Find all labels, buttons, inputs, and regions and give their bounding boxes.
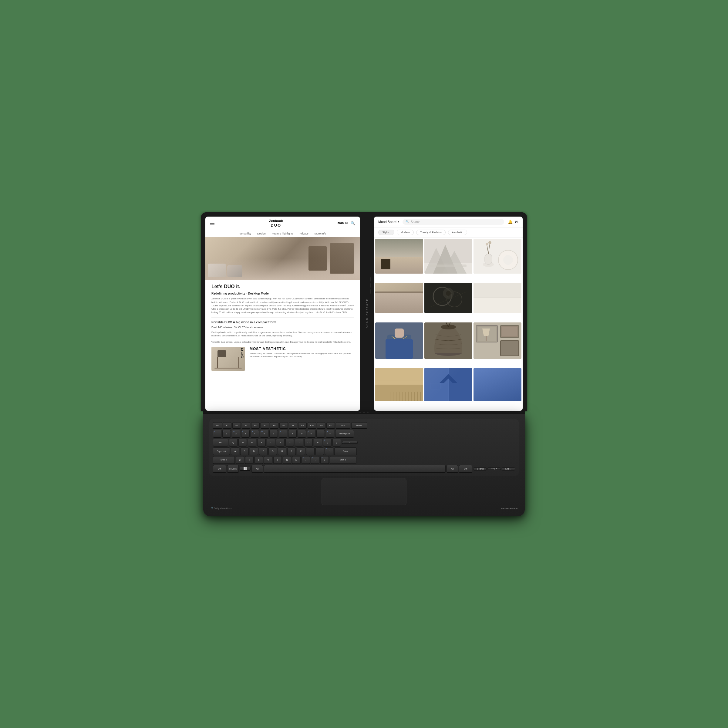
key-t[interactable]: T: [267, 439, 275, 447]
side-btn-2[interactable]: [370, 283, 371, 288]
menu-features[interactable]: Feature highlights: [272, 232, 294, 235]
filter-tag-trendy[interactable]: Trendy & Fashion: [416, 229, 446, 235]
key-close-bracket[interactable]: }]: [332, 439, 341, 447]
mood-cell-6[interactable]: [474, 283, 522, 313]
key-comma[interactable]: <,: [301, 456, 310, 464]
key-v[interactable]: V: [264, 456, 272, 464]
key-f6[interactable]: F6: [270, 422, 278, 429]
key-ctrl-right[interactable]: Ctrl: [459, 465, 472, 473]
key-windows[interactable]: [240, 467, 251, 471]
key-shift-left[interactable]: Shift ⇧: [213, 456, 235, 464]
key-8[interactable]: *8: [288, 430, 297, 438]
key-backtick[interactable]: ~`: [213, 430, 222, 438]
key-f4[interactable]: F4: [251, 422, 260, 429]
key-9[interactable]: (9: [298, 430, 306, 438]
key-f11[interactable]: F11: [317, 422, 326, 429]
key-l[interactable]: L: [306, 447, 315, 455]
touchpad[interactable]: [321, 478, 407, 505]
key-1[interactable]: !1: [222, 430, 231, 438]
mood-cell-8[interactable]: [424, 323, 472, 359]
filter-tag-stylish[interactable]: Stylish: [378, 229, 394, 235]
key-u[interactable]: U: [286, 439, 294, 447]
key-pgdn[interactable]: ▼ PgDn: [488, 468, 501, 470]
key-b[interactable]: B: [273, 456, 282, 464]
key-2[interactable]: @2: [232, 430, 240, 438]
key-o[interactable]: O: [304, 439, 313, 447]
key-alt-left[interactable]: Alt: [251, 465, 263, 473]
key-shift-right[interactable]: Shift ⇧: [330, 456, 356, 464]
key-f2[interactable]: F2: [232, 422, 241, 429]
key-i[interactable]: I: [295, 439, 303, 447]
key-semicolon[interactable]: :;: [315, 447, 324, 455]
key-home[interactable]: ◄ Home: [473, 468, 486, 471]
key-quote[interactable]: "': [325, 447, 333, 455]
key-f7[interactable]: F7: [279, 422, 288, 429]
menu-privacy[interactable]: Privacy: [300, 232, 309, 235]
key-delete[interactable]: Delete: [351, 422, 367, 429]
key-q[interactable]: Q: [229, 439, 237, 447]
key-a[interactable]: A: [231, 447, 239, 455]
key-f[interactable]: F: [259, 447, 268, 455]
key-tab[interactable]: Tab: [213, 439, 228, 447]
key-e[interactable]: E: [248, 439, 256, 447]
filter-tag-modern[interactable]: Modern: [397, 229, 414, 235]
key-minus[interactable]: _-: [317, 430, 325, 438]
key-h[interactable]: H: [278, 447, 286, 455]
key-f10[interactable]: F10: [307, 422, 316, 429]
mood-cell-12[interactable]: [474, 368, 522, 401]
key-esc[interactable]: Esc: [213, 422, 222, 429]
key-enter[interactable]: Enter: [334, 447, 357, 455]
mood-cell-9[interactable]: [474, 323, 522, 359]
search-nav-icon[interactable]: 🔍: [351, 221, 355, 225]
side-btn-1[interactable]: [370, 277, 371, 281]
mood-cell-4[interactable]: [375, 283, 423, 313]
bell-icon[interactable]: 🔔: [508, 220, 512, 224]
key-f12[interactable]: F12: [326, 422, 335, 429]
side-btn-3[interactable]: [370, 289, 371, 294]
key-k[interactable]: K: [297, 447, 305, 455]
mood-cell-7[interactable]: [375, 323, 423, 359]
key-equals[interactable]: +=: [326, 430, 334, 438]
key-spacebar[interactable]: [264, 465, 446, 473]
key-backslash[interactable]: |\: [342, 441, 358, 444]
key-y[interactable]: Y: [276, 439, 284, 447]
key-x[interactable]: X: [245, 456, 254, 464]
key-n[interactable]: N: [283, 456, 291, 464]
key-f8[interactable]: F8: [289, 422, 297, 429]
mood-cell-10[interactable]: [375, 368, 423, 401]
mood-board-dropdown[interactable]: Mood Board ▾: [378, 220, 399, 223]
key-7[interactable]: &7: [279, 430, 287, 438]
key-m[interactable]: M: [292, 456, 301, 464]
mail-icon[interactable]: ✉: [515, 220, 518, 224]
hamburger-menu-icon[interactable]: [210, 222, 214, 225]
key-caps-lock[interactable]: Caps Lock: [213, 447, 230, 455]
mood-cell-5[interactable]: [424, 283, 472, 313]
key-g[interactable]: G: [268, 447, 277, 455]
key-z[interactable]: Z: [236, 456, 244, 464]
search-bar[interactable]: 🔍 Search: [402, 219, 504, 225]
mood-cell-3[interactable]: [474, 239, 522, 274]
key-s[interactable]: S: [240, 447, 249, 455]
menu-design[interactable]: Design: [257, 232, 266, 235]
search-input[interactable]: Search: [411, 220, 501, 223]
key-f3[interactable]: F3: [242, 422, 250, 429]
key-3[interactable]: #3: [241, 430, 250, 438]
key-f9[interactable]: F9: [298, 422, 307, 429]
key-0[interactable]: )0: [307, 430, 315, 438]
key-end[interactable]: End ►: [502, 468, 515, 471]
key-backspace[interactable]: Backspace: [335, 430, 354, 438]
key-f1[interactable]: F1: [223, 422, 231, 429]
sign-in-link[interactable]: SIGN IN: [337, 222, 348, 225]
mood-cell-1[interactable]: [375, 239, 423, 274]
menu-versatility[interactable]: Versatility: [239, 232, 251, 235]
key-f5[interactable]: F5: [260, 422, 269, 429]
mood-cell-2[interactable]: [424, 239, 472, 274]
key-slash[interactable]: ?/: [320, 456, 329, 464]
key-ctrl-left[interactable]: Ctrl: [213, 465, 226, 473]
mood-cell-11[interactable]: [424, 368, 472, 401]
key-period[interactable]: >.: [311, 456, 320, 464]
key-j[interactable]: J: [287, 447, 296, 455]
key-d[interactable]: D: [250, 447, 258, 455]
key-fn[interactable]: FnLk/Fn: [227, 465, 239, 473]
key-w[interactable]: W: [239, 439, 247, 447]
